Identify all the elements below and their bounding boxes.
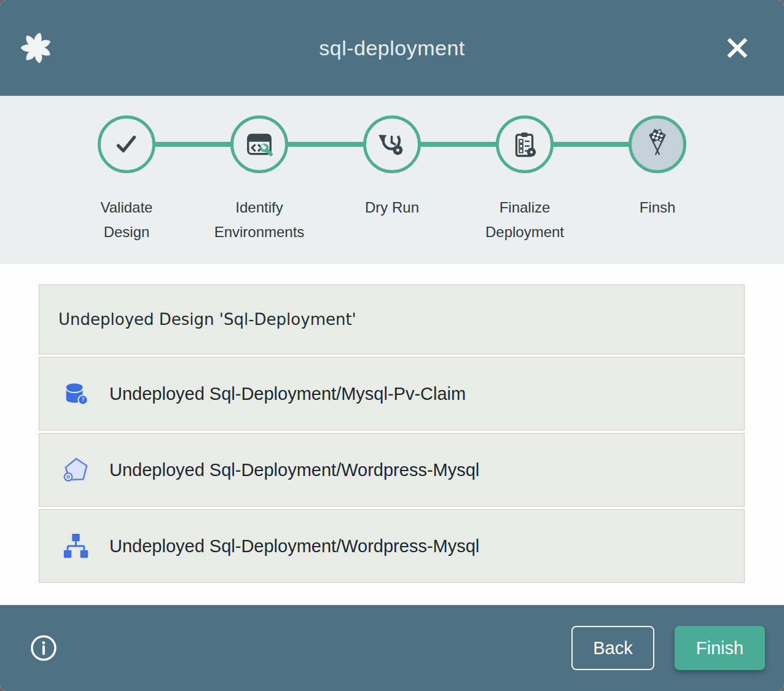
step-finish: Finsh [591,115,724,244]
page-title: sql-deployment [319,36,465,60]
finish-button[interactable]: Finish [675,626,765,670]
step-finalize-deployment: Finalize Deployment [458,115,591,244]
deployment-wizard-dialog: sql-deployment Validate Design [0,0,784,691]
step-label: Validate Design [76,195,177,244]
database-icon: ? [62,380,90,408]
wizard-stepper: Validate Design Identify Environments [0,96,784,264]
svg-text:?: ? [82,397,85,403]
check-icon [111,129,142,160]
info-icon [29,634,58,662]
list-item: Undeployed Sql-Deployment/Wordpress-Mysq… [39,433,745,507]
status-text: Undeployed Design 'Sql-Deployment' [58,310,356,329]
step-circle-finish[interactable] [629,115,686,173]
pinwheel-logo-icon [18,30,54,66]
list-item: Undeployed Sql-Deployment/Wordpress-Mysq… [39,509,745,583]
status-text: Undeployed Sql-Deployment/Mysql-Pv-Claim [109,384,466,404]
pentagon-icon [62,456,90,484]
tree-icon [62,532,90,560]
info-button[interactable] [29,634,58,662]
list-item: ? Undeployed Sql-Deployment/Mysql-Pv-Cla… [39,357,745,431]
dialog-footer: Back Finish [0,605,784,691]
step-dry-run: Dry Run [326,115,458,244]
step-circle-identify-environments[interactable] [230,115,288,173]
close-button[interactable] [723,33,752,63]
status-list: Undeployed Design 'Sql-Deployment' ? Und… [39,284,745,583]
step-label: Identify Environments [209,195,310,244]
list-item: Undeployed Design 'Sql-Deployment' [39,284,745,354]
step-circle-finalize-deployment[interactable] [496,115,554,173]
status-text: Undeployed Sql-Deployment/Wordpress-Mysq… [109,460,479,480]
step-label: Finalize Deployment [474,195,575,244]
status-panel: Undeployed Design 'Sql-Deployment' ? Und… [0,264,784,605]
step-validate-design: Validate Design [60,115,193,244]
close-icon [723,33,752,63]
history-gear-icon [377,129,407,160]
step-circle-validate-design[interactable] [98,115,155,173]
finish-flags-icon [641,128,674,161]
dialog-header: sql-deployment [0,0,784,96]
step-circle-dry-run[interactable] [363,115,421,173]
step-label: Dry Run [342,195,442,220]
step-identify-environments: Identify Environments [193,115,326,244]
status-text: Undeployed Sql-Deployment/Wordpress-Mysq… [109,536,479,556]
back-button[interactable]: Back [571,626,654,670]
code-wrench-icon [244,129,275,160]
step-label: Finsh [607,195,708,220]
checklist-gear-icon [509,129,540,160]
